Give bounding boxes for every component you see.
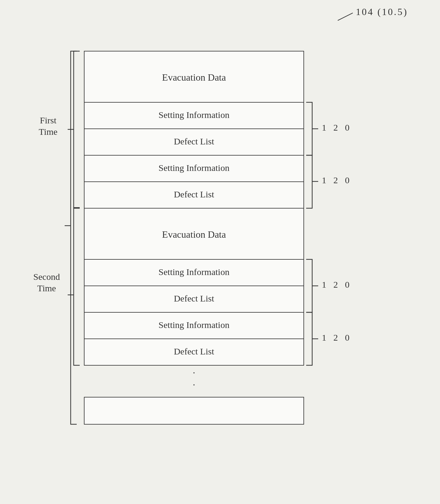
ref-number-text: 104 (10.5): [356, 8, 408, 17]
defect1b-label: Defect List: [174, 189, 214, 199]
setting1a-label: Setting Information: [158, 110, 229, 120]
dots2: ·: [193, 379, 195, 390]
defect1a-label: Defect List: [174, 136, 214, 146]
svg-line-0: [338, 13, 353, 20]
dots1: ·: [193, 367, 195, 378]
number-120-4: 1 2 0: [322, 332, 352, 342]
defect2b-label: Defect List: [174, 346, 214, 356]
bottom-block: [84, 397, 304, 424]
number-120-3: 1 2 0: [322, 280, 352, 289]
bracket-120-1: [306, 102, 318, 155]
setting2a-label: Setting Information: [158, 267, 229, 277]
bracket-120-2: [306, 155, 318, 208]
first-time-label: First: [40, 115, 57, 125]
first-time-brace: [68, 51, 80, 208]
second-time-label: Second: [33, 272, 60, 282]
ref-arrow-svg: 104 (10.5): [320, 8, 422, 26]
second-time-brace: [68, 208, 80, 365]
diagram-svg: Evacuation Data Setting Information Defe…: [18, 27, 433, 496]
setting1b-label: Setting Information: [158, 163, 229, 173]
bracket-120-4: [306, 312, 318, 365]
bracket-120-3: [306, 259, 318, 312]
evac2-label: Evacuation Data: [162, 229, 226, 240]
outer-brace: [65, 51, 77, 424]
setting2b-label: Setting Information: [158, 320, 229, 330]
number-120-1: 1 2 0: [322, 122, 352, 132]
first-time-label2: Time: [39, 127, 57, 137]
evac1-label: Evacuation Data: [162, 72, 226, 83]
second-time-label2: Time: [37, 283, 56, 293]
number-120-2: 1 2 0: [322, 175, 352, 185]
defect2a-label: Defect List: [174, 293, 214, 303]
page: 104 (10.5) Evacuation Data Setting Infor…: [0, 0, 440, 504]
